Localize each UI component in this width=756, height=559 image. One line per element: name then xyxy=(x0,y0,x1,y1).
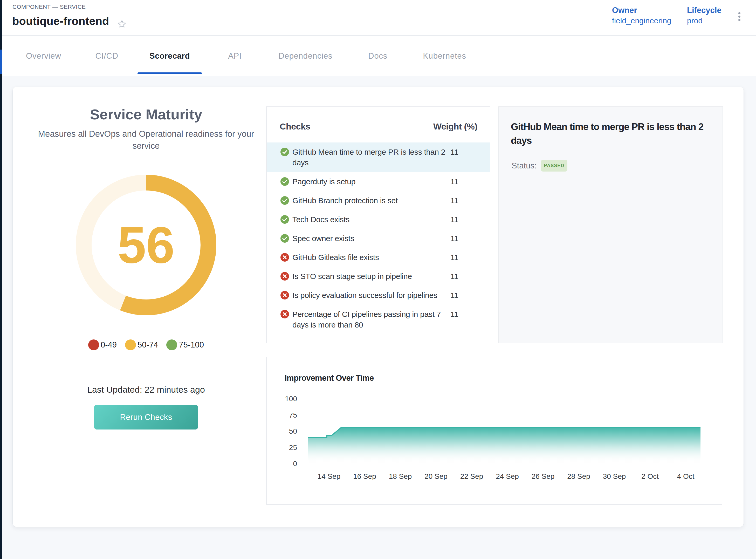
check-label: GitHub Mean time to merge PR is less tha… xyxy=(292,147,448,168)
lifecycle-label[interactable]: Lifecycle xyxy=(687,5,721,16)
checks-panel: Checks Weight (%) GitHub Mean time to me… xyxy=(266,106,490,343)
check-label: Is policy evaluation successful for pipe… xyxy=(292,290,448,300)
legend-dot-green xyxy=(166,339,177,350)
check-weight: 11 xyxy=(450,252,458,263)
tab-cicd[interactable]: CI/CD xyxy=(84,36,130,76)
scorecard-content: Service Maturity Measures all DevOps and… xyxy=(2,76,756,559)
checks-column-header: Checks xyxy=(280,120,310,132)
check-row[interactable]: Is STO scan stage setup in pipeline11 xyxy=(267,267,490,286)
legend-dot-yellow xyxy=(125,339,136,350)
x-tick-label: 22 Sep xyxy=(460,472,483,480)
legend-item-low: 0-49 xyxy=(88,339,117,350)
check-row[interactable]: GitHub Branch protection is set11 xyxy=(267,191,490,210)
check-failed-icon xyxy=(280,272,289,281)
check-label: Percentage of CI pipelines passing in pa… xyxy=(292,309,448,330)
last-updated-text: Last Updated: 22 minutes ago xyxy=(13,385,279,395)
y-tick-label: 50 xyxy=(289,427,297,435)
breadcrumb: COMPONENT — SERVICE xyxy=(13,4,86,10)
improvement-area-chart: 025507510014 Sep16 Sep18 Sep20 Sep22 Sep… xyxy=(267,357,722,504)
check-weight: 11 xyxy=(450,147,458,157)
check-detail-title: GitHub Mean time to merge PR is less tha… xyxy=(511,120,708,148)
tab-dependencies[interactable]: Dependencies xyxy=(267,36,345,76)
y-tick-label: 25 xyxy=(289,444,297,451)
check-label: Tech Docs exists xyxy=(292,214,448,225)
lifecycle-meta: Lifecycle prod xyxy=(687,5,721,26)
collapsed-sidebar[interactable] xyxy=(0,0,2,559)
rerun-checks-button[interactable]: Rerun Checks xyxy=(94,405,198,429)
check-row[interactable]: GitHub Mean time to merge PR is less tha… xyxy=(267,142,490,172)
check-label: GitHub Gitleaks file exists xyxy=(292,252,448,263)
check-passed-icon xyxy=(280,196,289,205)
entity-header: COMPONENT — SERVICE boutique-frontend Ow… xyxy=(2,0,756,36)
check-label: Is STO scan stage setup in pipeline xyxy=(292,271,448,282)
x-tick-label: 4 Oct xyxy=(677,472,694,480)
x-tick-label: 28 Sep xyxy=(567,472,590,480)
status-label: Status: xyxy=(511,161,537,171)
score-legend: 0-49 50-74 75-100 xyxy=(13,339,279,350)
check-passed-icon xyxy=(280,234,289,243)
owner-label[interactable]: Owner xyxy=(612,5,671,16)
check-failed-icon xyxy=(280,291,289,299)
scorecard-card: Service Maturity Measures all DevOps and… xyxy=(13,87,743,527)
area-fill xyxy=(308,427,701,464)
improvement-chart-panel: Improvement Over Time 025507510014 Sep16… xyxy=(266,357,722,505)
scorecard-subtitle: Measures all DevOps and Operational read… xyxy=(35,128,258,152)
sidebar-active-indicator xyxy=(0,49,2,74)
legend-dot-red xyxy=(88,339,99,350)
kebab-dot xyxy=(738,19,740,21)
tab-scorecard[interactable]: Scorecard xyxy=(138,36,202,76)
check-row[interactable]: Tech Docs exists11 xyxy=(267,210,490,229)
check-passed-icon xyxy=(280,177,289,186)
check-weight: 11 xyxy=(450,214,458,225)
check-weight: 11 xyxy=(450,233,458,244)
x-tick-label: 16 Sep xyxy=(353,472,376,480)
kebab-dot xyxy=(738,12,740,14)
check-row[interactable]: Spec owner exists11 xyxy=(267,229,490,248)
check-failed-icon xyxy=(280,253,289,262)
gauge-score: 56 xyxy=(76,175,216,315)
detail-status-row: Status: PASSED xyxy=(511,160,723,172)
check-weight: 11 xyxy=(450,290,458,300)
y-tick-label: 75 xyxy=(289,411,297,419)
legend-label: 0-49 xyxy=(101,340,117,350)
check-row[interactable]: Is policy evaluation successful for pipe… xyxy=(267,286,490,305)
maturity-summary: Service Maturity Measures all DevOps and… xyxy=(13,87,279,527)
tab-docs[interactable]: Docs xyxy=(356,36,399,76)
check-row[interactable]: GitHub Gitleaks file exists11 xyxy=(267,248,490,267)
x-tick-label: 24 Sep xyxy=(496,472,519,480)
check-passed-icon xyxy=(280,215,289,224)
status-badge: PASSED xyxy=(541,160,568,172)
check-weight: 11 xyxy=(450,195,458,206)
check-passed-icon xyxy=(280,148,289,156)
x-tick-label: 26 Sep xyxy=(532,472,555,480)
page-title: boutique-frontend xyxy=(12,15,109,27)
tab-overview[interactable]: Overview xyxy=(14,36,73,76)
legend-label: 50-74 xyxy=(138,340,158,350)
x-tick-label: 20 Sep xyxy=(425,472,448,480)
x-tick-label: 30 Sep xyxy=(603,472,626,480)
owner-value-link[interactable]: field_engineering xyxy=(612,16,671,26)
check-weight: 11 xyxy=(450,271,458,282)
check-row[interactable]: Percentage of CI pipelines passing in pa… xyxy=(267,305,490,334)
x-tick-label: 2 Oct xyxy=(641,472,659,480)
tab-api[interactable]: API xyxy=(216,36,253,76)
x-tick-label: 14 Sep xyxy=(318,472,341,480)
weight-column-header: Weight (%) xyxy=(433,120,477,132)
lifecycle-value[interactable]: prod xyxy=(687,16,721,26)
check-label: Pagerduty is setup xyxy=(292,176,448,187)
legend-label: 75-100 xyxy=(179,340,204,350)
tab-bar: Overview CI/CD Scorecard API Dependencie… xyxy=(2,36,756,76)
check-list: GitHub Mean time to merge PR is less tha… xyxy=(267,142,490,334)
y-tick-label: 0 xyxy=(293,460,297,468)
legend-item-high: 75-100 xyxy=(166,339,204,350)
favorite-star-icon[interactable] xyxy=(117,19,127,29)
check-detail-panel: GitHub Mean time to merge PR is less tha… xyxy=(498,106,723,343)
kebab-menu-icon[interactable] xyxy=(736,12,743,21)
scorecard-title: Service Maturity xyxy=(13,106,279,123)
check-row[interactable]: Pagerduty is setup11 xyxy=(267,172,490,191)
owner-meta: Owner field_engineering xyxy=(612,5,671,26)
tab-kubernetes[interactable]: Kubernetes xyxy=(411,36,478,76)
legend-item-mid: 50-74 xyxy=(125,339,158,350)
y-tick-label: 100 xyxy=(285,395,297,403)
check-label: GitHub Branch protection is set xyxy=(292,195,448,206)
